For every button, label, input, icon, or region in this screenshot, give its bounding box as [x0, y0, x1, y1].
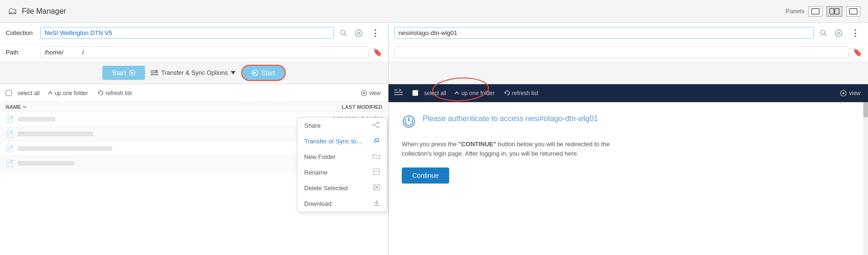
continue-button[interactable]: Continue [402, 167, 449, 184]
left-refresh-label: refresh list [106, 90, 132, 97]
panels-label: Panels [786, 8, 805, 15]
svg-line-23 [374, 123, 377, 125]
right-search-btn[interactable] [818, 28, 829, 38]
file-name [18, 132, 303, 136]
left-up-folder-label: up one folder [55, 90, 88, 97]
left-toolbar-row: select all up one folder refresh list vi… [0, 84, 388, 102]
single-panel-btn[interactable] [808, 6, 823, 17]
left-bookmark-btn[interactable]: 🔖 [373, 48, 382, 57]
power-icon [402, 114, 416, 132]
col-modified-header: LAST MODIFIED [307, 104, 382, 110]
right-path-input[interactable] [394, 46, 849, 58]
auth-description: When you press the "CONTINUE" button bel… [402, 140, 629, 158]
left-path-row: Path 🔖 [0, 44, 388, 62]
right-kebab-btn[interactable]: ⋮ [848, 27, 862, 39]
file-icon: 📄 [6, 159, 14, 167]
dual-panel-btn[interactable] [826, 6, 842, 17]
svg-point-33 [821, 30, 825, 35]
svg-point-20 [377, 122, 379, 123]
context-item-new-folder[interactable]: New Folder [298, 149, 387, 165]
collection-label: Collection [6, 29, 36, 36]
right-refresh-label: refresh list [512, 90, 538, 97]
right-refresh-btn[interactable]: refresh list [502, 89, 540, 97]
menu-lines-icon[interactable] [394, 89, 403, 97]
share-icon [372, 122, 380, 130]
auth-desc-1: When you press the [402, 141, 458, 148]
left-transfer-bar: Start Transfer & Sync Options Start [0, 62, 388, 84]
context-share-label: Share [304, 122, 321, 129]
continue-label: Continue [412, 172, 439, 179]
transfer-sync-btn[interactable]: Transfer & Sync Options [151, 69, 235, 76]
left-view-btn[interactable]: view [359, 89, 382, 97]
download-icon [373, 200, 380, 208]
svg-point-21 [377, 126, 379, 128]
auth-title-name: nesi#otago-dtn-wlg01 [525, 114, 598, 123]
file-name [18, 161, 303, 166]
right-collection-input[interactable] [394, 27, 814, 39]
right-view-btn[interactable]: view [838, 88, 862, 98]
context-item-delete[interactable]: Delete Selected [298, 180, 387, 196]
left-collection-input[interactable] [40, 27, 334, 39]
svg-point-18 [363, 92, 365, 94]
svg-line-24 [374, 125, 377, 127]
right-clear-btn[interactable] [833, 28, 844, 38]
svg-marker-17 [253, 71, 256, 74]
left-up-folder-btn[interactable]: up one folder [45, 89, 90, 97]
svg-marker-15 [231, 71, 235, 75]
left-start-btn[interactable]: Start [102, 66, 145, 80]
delete-icon [373, 184, 380, 192]
left-path-input[interactable] [40, 46, 369, 58]
context-item-download[interactable]: Download [298, 196, 387, 211]
file-list-header: NAME LAST MODIFIED [0, 102, 388, 112]
auth-panel: Please authenticate to access nesi#otago… [389, 102, 868, 255]
right-collection-row: ⋮ [389, 23, 868, 44]
right-scrollbar-thumb[interactable] [863, 102, 868, 117]
svg-rect-3 [850, 9, 857, 14]
auth-header: Please authenticate to access nesi#otago… [402, 114, 855, 132]
right-panel: ⋮ 🔖 select all up one folder refresh lis… [389, 23, 868, 255]
context-item-rename[interactable]: Rename [298, 165, 387, 180]
auth-title-block: Please authenticate to access nesi#otago… [423, 114, 598, 124]
path-label: Path [6, 49, 36, 56]
rename-icon [373, 168, 380, 176]
right-select-all-checkbox[interactable] [412, 90, 418, 96]
right-bookmark-btn[interactable]: 🔖 [853, 48, 862, 57]
file-icon: 📄 [6, 115, 14, 123]
context-menu: Share Transfer or Sync to... New Folder … [297, 117, 387, 212]
folder-icon [372, 153, 380, 161]
context-rename-label: Rename [304, 169, 327, 176]
left-kebab-btn[interactable]: ⋮ [368, 27, 382, 39]
file-icon: 📄 [6, 130, 14, 138]
context-item-share[interactable]: Share [298, 118, 387, 133]
context-transfer-label: Transfer or Sync to... [304, 138, 362, 145]
left-toolbar-right: view [359, 89, 382, 97]
col-name-label: NAME [6, 104, 21, 110]
svg-rect-1 [830, 9, 834, 14]
file-icon: 📄 [6, 145, 14, 152]
right-select-all-label: select all [424, 90, 446, 97]
auth-desc-continue: "CONTINUE" [458, 141, 496, 148]
left-select-all-checkbox[interactable] [6, 90, 12, 96]
svg-rect-0 [812, 9, 819, 14]
left-clear-btn[interactable] [353, 28, 364, 38]
triple-panel-btn[interactable] [846, 6, 860, 17]
svg-point-22 [372, 124, 374, 126]
panels-section: Panels [786, 6, 860, 17]
transfer-sync-label: Transfer & Sync Options [161, 69, 228, 76]
right-up-folder-btn[interactable]: up one folder [452, 89, 497, 97]
app-title: 🗂 File Manager [8, 6, 66, 17]
auth-title-prefix: Please authenticate to access [423, 114, 525, 123]
left-view-label: view [369, 90, 380, 97]
svg-point-41 [842, 92, 844, 94]
left-refresh-btn[interactable]: refresh list [96, 89, 134, 97]
right-view-label: view [849, 90, 860, 97]
right-scrollbar-track [863, 102, 868, 255]
context-item-transfer[interactable]: Transfer or Sync to... [298, 133, 387, 149]
right-start-btn[interactable]: Start [241, 65, 286, 81]
context-download-label: Download [304, 200, 332, 207]
svg-rect-2 [835, 9, 839, 14]
svg-line-34 [824, 34, 826, 36]
context-delete-label: Delete Selected [304, 185, 348, 192]
svg-marker-14 [156, 70, 157, 72]
left-search-btn[interactable] [338, 28, 349, 38]
